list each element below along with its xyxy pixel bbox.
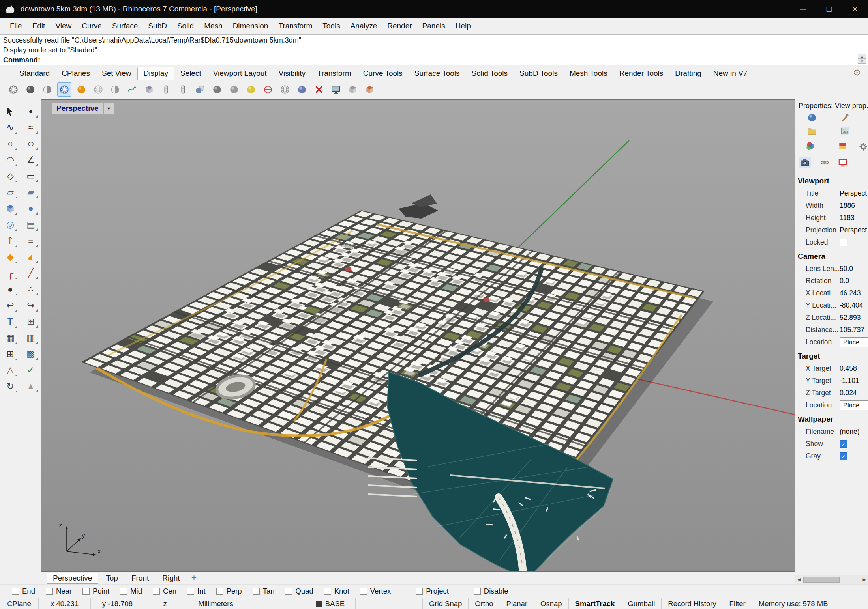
toolbar-tab-viewport-layout[interactable]: Viewport Layout [207, 67, 273, 80]
scroll-right-icon[interactable]: ▶ [861, 577, 868, 582]
property-value[interactable]: 1886 [840, 202, 867, 210]
pan-views-icon[interactable]: + [187, 574, 201, 583]
flat-shade-icon[interactable] [142, 82, 156, 97]
osnap-cen[interactable]: Cen [153, 587, 176, 596]
viewport-title-label[interactable]: Perspective [52, 103, 103, 114]
osnap-point[interactable]: Point [82, 587, 109, 596]
osnap-checkbox[interactable] [253, 588, 260, 595]
gumball-icon[interactable]: ⊞ [22, 314, 39, 330]
property-value[interactable]: Perspect [840, 226, 867, 234]
property-value[interactable]: Perspect [840, 189, 867, 198]
wedge-tool-icon[interactable]: ▲ [22, 378, 39, 394]
status-y-18-708[interactable]: y -18.708 [91, 598, 144, 609]
text-tool-icon[interactable]: T [2, 314, 19, 330]
osnap-checkbox[interactable] [187, 588, 194, 595]
toolbar-tab-transform[interactable]: Transform [311, 67, 357, 80]
extrude-tool-icon[interactable]: ⇑ [2, 233, 19, 249]
minimize-button[interactable]: ─ [790, 0, 816, 18]
status-record-history[interactable]: Record History [662, 598, 723, 609]
command-scroll-spinner[interactable]: ▲ ▼ [858, 54, 866, 64]
location-button[interactable]: Place [840, 337, 868, 347]
circle-tool-icon[interactable]: ○ [2, 136, 19, 152]
menu-dimension[interactable]: Dimension [228, 22, 274, 30]
scrollbar-thumb[interactable] [803, 577, 840, 583]
screen-capture-icon[interactable] [329, 82, 343, 97]
toolbar-tab-drafting[interactable]: Drafting [669, 67, 707, 80]
toolbar-tab-subd-tools[interactable]: SubD Tools [514, 67, 564, 80]
osnap-checkbox[interactable] [474, 588, 481, 595]
gray-checkbox[interactable]: ✓ [840, 452, 847, 460]
maximize-button[interactable]: □ [816, 0, 842, 18]
status-gumball[interactable]: Gumball [621, 598, 662, 609]
osnap-checkbox[interactable] [120, 588, 127, 595]
status-grid-snap[interactable]: Grid Snap [423, 598, 469, 609]
arc-tool-icon[interactable]: ◠ [2, 152, 19, 168]
toolbar-tab-curve-tools[interactable]: Curve Tools [357, 67, 409, 80]
shadow-sphere-icon[interactable] [210, 82, 224, 97]
menu-file[interactable]: File [5, 22, 27, 30]
osnap-int[interactable]: Int [187, 587, 206, 596]
arrow-sphere-icon[interactable] [295, 82, 309, 97]
beaker-b-icon[interactable] [176, 82, 190, 97]
rendered-display-icon[interactable] [74, 82, 88, 97]
property-value[interactable]: (none) [840, 428, 867, 436]
control-point-curve-icon[interactable]: ∿ [2, 120, 19, 136]
spinner-down-icon[interactable]: ▼ [858, 59, 866, 64]
toolbar-tab-solid-tools[interactable]: Solid Tools [466, 67, 514, 80]
status-z[interactable]: z [144, 598, 186, 609]
osnap-checkbox[interactable] [216, 588, 223, 595]
close-button[interactable]: × [842, 0, 868, 18]
ghosted-display-icon[interactable] [40, 82, 54, 97]
polyline-tool-icon[interactable]: ∠ [22, 152, 39, 168]
grid-tool-icon[interactable]: ⊞ [2, 346, 19, 362]
shaded-display-icon[interactable] [23, 82, 37, 97]
osnap-checkbox[interactable] [285, 588, 292, 595]
property-value[interactable]: 105.737 [840, 326, 867, 334]
osnap-end[interactable]: End [12, 587, 35, 596]
show-checkbox[interactable]: ✓ [840, 440, 847, 448]
mirror-tool-icon[interactable]: ▥ [22, 330, 39, 346]
unroll-tool-icon[interactable]: △ [2, 362, 19, 378]
chamfer-tool-icon[interactable]: ╱ [22, 265, 39, 281]
select-arrow-icon[interactable] [2, 103, 19, 120]
bend-tool-icon[interactable]: ▲ [22, 249, 39, 265]
point-cloud-icon[interactable]: ∴ [22, 281, 39, 297]
menu-curve[interactable]: Curve [77, 22, 107, 30]
osnap-checkbox[interactable] [324, 588, 331, 595]
layers-stack-icon[interactable] [836, 140, 849, 152]
hatch-tool-icon[interactable]: ▩ [22, 346, 39, 362]
toolbar-tab-cplanes[interactable]: CPlanes [56, 67, 96, 80]
shaded-mode-icon[interactable] [57, 82, 71, 97]
city-3d-model[interactable] [41, 100, 795, 571]
viewport-tab-right[interactable]: Right [156, 573, 186, 583]
properties-object-icon[interactable] [806, 112, 818, 123]
viewport-tab-top[interactable]: Top [100, 573, 124, 583]
sphere-tool-icon[interactable]: ● [22, 200, 39, 217]
command-area[interactable]: Successfully read file "C:\Users\mahi\Ap… [0, 34, 868, 65]
viewport-perspective[interactable]: Perspective ▼ z y x [41, 99, 795, 572]
osnap-checkbox[interactable] [416, 588, 423, 595]
freeform-curve-icon[interactable]: ≈ [22, 120, 39, 136]
menu-mesh[interactable]: Mesh [199, 22, 227, 30]
status-ortho[interactable]: Ortho [469, 598, 500, 609]
box-tool-icon[interactable] [2, 200, 19, 217]
check-tool-icon[interactable]: ✓ [22, 362, 39, 378]
osnap-knot[interactable]: Knot [324, 587, 349, 596]
osnap-quad[interactable]: Quad [285, 587, 313, 596]
compass-target-icon[interactable] [261, 82, 275, 97]
property-value[interactable]: 0.024 [840, 389, 867, 397]
status-filter[interactable]: Filter [723, 598, 752, 609]
panel-gear-icon[interactable] [857, 141, 868, 153]
osnap-checkbox[interactable] [360, 588, 367, 595]
property-value[interactable]: -1.101 [840, 377, 867, 385]
gray-sphere-icon[interactable] [227, 82, 241, 97]
osnap-vertex[interactable]: Vertex [360, 587, 391, 596]
link-chain-icon[interactable] [818, 157, 831, 168]
xray-display-icon[interactable] [91, 82, 105, 97]
hook-right-icon[interactable]: ↪ [22, 297, 39, 314]
property-value[interactable]: 1183 [840, 214, 867, 222]
property-value[interactable]: 0.0 [840, 277, 867, 285]
property-value[interactable]: 52.893 [840, 314, 867, 322]
rectangle-tool-icon[interactable]: ▭ [22, 168, 39, 184]
toolbar-tab-standard[interactable]: Standard [13, 67, 56, 80]
